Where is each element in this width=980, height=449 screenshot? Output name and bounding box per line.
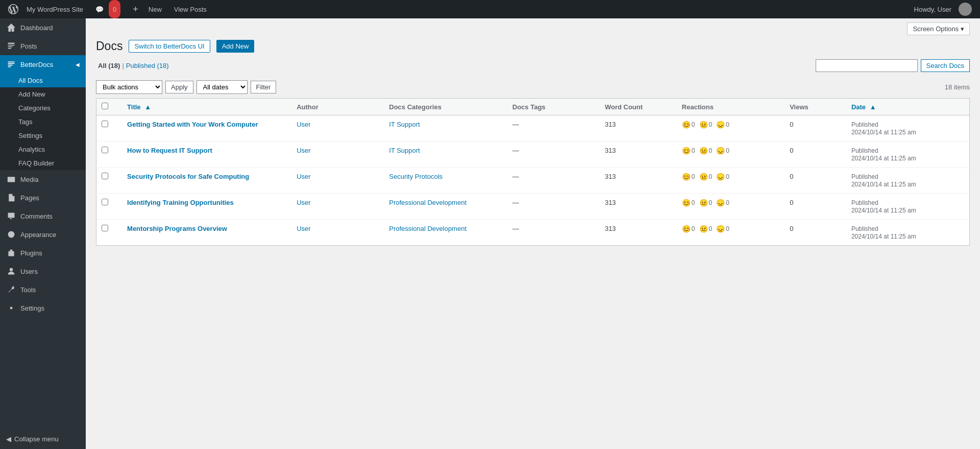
doc-title-link[interactable]: Getting Started with Your Work Computer <box>127 121 258 128</box>
category-link[interactable]: Professional Development <box>389 199 467 206</box>
view-posts-link[interactable]: View Posts <box>170 0 211 18</box>
reaction-emoji-icon: 😐 <box>699 173 708 181</box>
reactions-cell: 😊 0 😐 0 😞 0 <box>677 220 785 246</box>
title-column-header[interactable]: Title ▲ <box>122 99 291 115</box>
search-docs-button[interactable]: Search Docs <box>921 59 970 72</box>
media-icon <box>6 174 16 184</box>
tags-cell: — <box>507 220 600 246</box>
date-value: 2024/10/14 at 11:25 am <box>851 207 916 214</box>
sidebar-item-media[interactable]: Media <box>0 170 86 188</box>
docs-categories-column-header[interactable]: Docs Categories <box>384 99 507 115</box>
views-cell: 0 <box>785 141 846 168</box>
sidebar-item-analytics[interactable]: Analytics <box>0 143 86 156</box>
sidebar: Dashboard Posts BetterDocs ◀ All Docs Ad… <box>0 18 86 449</box>
content-area: Docs Switch to BetterDocs UI Add New All… <box>86 39 980 449</box>
sidebar-item-tags[interactable]: Tags <box>0 115 86 129</box>
reaction-emoji-icon: 😐 <box>699 147 708 155</box>
sidebar-item-tools[interactable]: Tools <box>0 280 86 299</box>
sidebar-item-faq-builder[interactable]: FAQ Builder <box>0 156 86 170</box>
sidebar-item-users[interactable]: Users <box>0 262 86 280</box>
search-input[interactable] <box>816 59 918 72</box>
comments-link[interactable]: 💬 0 <box>87 0 125 18</box>
wp-logo-icon[interactable] <box>4 0 22 18</box>
row-checkbox[interactable] <box>102 121 108 127</box>
date-status: Published <box>851 147 878 154</box>
author-cell: User <box>291 115 384 141</box>
categories-cell: Security Protocols <box>384 168 507 194</box>
sidebar-item-categories[interactable]: Categories <box>0 101 86 115</box>
row-checkbox[interactable] <box>102 199 108 205</box>
collapse-menu-button[interactable]: ◀ Collapse menu <box>0 429 86 449</box>
doc-title-link[interactable]: Security Protocols for Safe Computing <box>127 173 249 180</box>
filter-all-link[interactable]: All (18) <box>96 62 122 69</box>
reaction: 😞 0 <box>716 199 729 207</box>
switch-ui-button[interactable]: Switch to BetterDocs UI <box>129 40 210 53</box>
filter-published-link[interactable]: Published (18) <box>124 62 171 69</box>
filter-button[interactable]: Filter <box>251 81 277 93</box>
table-row: Getting Started with Your Work Computer … <box>96 115 970 141</box>
author-link[interactable]: User <box>297 225 310 232</box>
sidebar-item-settings[interactable]: Settings <box>0 299 86 317</box>
select-all-checkbox[interactable] <box>102 103 108 109</box>
title-cell: Getting Started with Your Work Computer <box>122 115 291 141</box>
sidebar-item-appearance[interactable]: Appearance <box>0 225 86 244</box>
word-count-cell: 313 <box>600 141 677 168</box>
views-column-header[interactable]: Views <box>785 99 846 115</box>
row-checkbox-cell <box>96 220 122 246</box>
reaction-emoji-icon: 😐 <box>699 199 708 207</box>
screen-options-button[interactable]: Screen Options ▾ <box>907 22 970 35</box>
category-link[interactable]: IT Support <box>389 147 420 154</box>
table-toolbar: Bulk actions Apply All dates Filter 18 i… <box>96 80 970 94</box>
svg-point-6 <box>8 231 15 238</box>
word-count-cell: 313 <box>600 168 677 194</box>
new-content-link[interactable]: + New <box>125 0 170 18</box>
sidebar-item-posts[interactable]: Posts <box>0 37 86 55</box>
reaction-emoji-icon: 😊 <box>682 199 691 207</box>
sidebar-item-comments[interactable]: Comments <box>0 207 86 225</box>
tags-cell: — <box>507 115 600 141</box>
date-column-header[interactable]: Date ▲ <box>846 99 970 115</box>
doc-title-link[interactable]: Mentorship Programs Overview <box>127 225 227 232</box>
date-filter-select[interactable]: All dates <box>197 80 248 94</box>
row-checkbox[interactable] <box>102 147 108 153</box>
docs-tags-column-header[interactable]: Docs Tags <box>507 99 600 115</box>
date-status: Published <box>851 173 878 180</box>
views-cell: 0 <box>785 115 846 141</box>
sidebar-item-dashboard[interactable]: Dashboard <box>0 18 86 37</box>
author-column-header[interactable]: Author <box>291 99 384 115</box>
author-link[interactable]: User <box>297 121 310 128</box>
author-cell: User <box>291 141 384 168</box>
author-link[interactable]: User <box>297 199 310 206</box>
sidebar-item-all-docs[interactable]: All Docs <box>0 74 86 87</box>
author-cell: User <box>291 168 384 194</box>
sidebar-item-betterdocs[interactable]: BetterDocs ◀ <box>0 55 86 74</box>
reactions-column-header[interactable]: Reactions <box>677 99 785 115</box>
sidebar-item-add-new[interactable]: Add New <box>0 87 86 101</box>
category-link[interactable]: Security Protocols <box>389 173 443 180</box>
row-checkbox-cell <box>96 194 122 220</box>
sidebar-item-plugins[interactable]: Plugins <box>0 244 86 262</box>
sidebar-item-settings[interactable]: Settings <box>0 129 86 143</box>
date-value: 2024/10/14 at 11:25 am <box>851 155 916 162</box>
doc-title-link[interactable]: How to Request IT Support <box>127 147 212 154</box>
row-checkbox[interactable] <box>102 225 108 231</box>
apply-button[interactable]: Apply <box>165 81 193 93</box>
add-new-label: Add New <box>18 90 45 98</box>
author-link[interactable]: User <box>297 173 310 180</box>
sidebar-item-pages[interactable]: Pages <box>0 188 86 207</box>
row-checkbox[interactable] <box>102 173 108 179</box>
site-name-link[interactable]: My WordPress Site <box>22 0 87 18</box>
doc-title-link[interactable]: Identifying Training Opportunities <box>127 199 234 206</box>
category-link[interactable]: IT Support <box>389 121 420 128</box>
category-link[interactable]: Professional Development <box>389 225 467 232</box>
word-count-column-header[interactable]: Word Count <box>600 99 677 115</box>
author-link[interactable]: User <box>297 147 310 154</box>
reaction-emoji-icon: 😞 <box>716 147 725 155</box>
reaction: 😐 0 <box>699 147 713 155</box>
add-new-button[interactable]: Add New <box>216 40 255 53</box>
bulk-actions-select[interactable]: Bulk actions <box>96 80 162 94</box>
author-cell: User <box>291 220 384 246</box>
reaction-emoji-icon: 😊 <box>682 173 691 181</box>
title-cell: Mentorship Programs Overview <box>122 220 291 246</box>
reaction-emoji-icon: 😞 <box>716 199 725 207</box>
